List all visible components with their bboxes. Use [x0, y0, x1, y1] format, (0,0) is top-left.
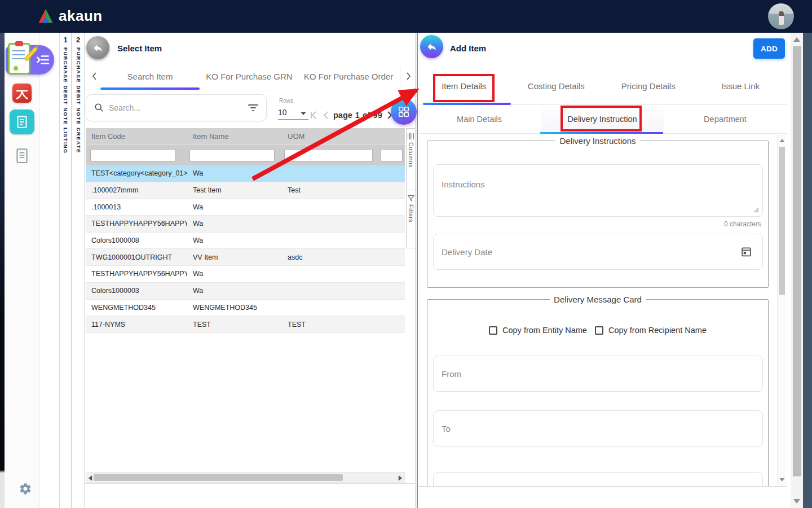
from-label: From: [442, 369, 461, 379]
cell-item-code: Colors1000003: [86, 287, 187, 295]
table-row[interactable]: Colors1000003 Wa: [86, 283, 405, 300]
delivery-message-card-legend: Delivery Message Card: [550, 295, 646, 304]
subtab-main-details[interactable]: Main Details: [418, 105, 541, 133]
col-header-item-code[interactable]: Item Code: [86, 132, 187, 141]
delivery-message-card-fieldset: Delivery Message Card Copy from Entity N…: [427, 295, 769, 487]
resize-grip-icon[interactable]: [753, 207, 759, 213]
rows-caret-icon[interactable]: [301, 112, 306, 115]
form-scrollbar[interactable]: [777, 135, 785, 485]
scroll-left-icon[interactable]: [89, 475, 92, 481]
workspace-tab-listing[interactable]: 1 PURCHASE DEBIT NOTE LISTING: [59, 33, 72, 508]
bigledger-applet-icon[interactable]: [12, 84, 32, 103]
brand: akaun: [37, 7, 103, 25]
cell-uom: Test: [282, 186, 377, 194]
page-scrollbar-thumb[interactable]: [793, 46, 801, 476]
settings-gear-icon[interactable]: [19, 482, 32, 498]
from-field[interactable]: From: [433, 356, 763, 392]
table-row[interactable]: .1000013 Wa: [86, 199, 405, 216]
tab-ko-purchase-grn[interactable]: KO For Purchase GRN: [200, 62, 299, 90]
tab-ko-purchase-order[interactable]: KO For Purchase Order: [299, 62, 398, 90]
filter-list-icon[interactable]: [248, 104, 258, 112]
table-row[interactable]: TESTHAPPYHAPPY56HAPPYsdfj... Wa: [86, 216, 405, 233]
list-applet-icon[interactable]: [15, 148, 29, 166]
filter-item-name-input[interactable]: [189, 149, 275, 161]
delivery-date-field[interactable]: Delivery Date: [433, 234, 763, 270]
columns-icon: [408, 133, 414, 139]
filter-item-code-input[interactable]: [90, 149, 176, 161]
da-character-icon: [15, 86, 29, 100]
search-input[interactable]: [109, 103, 248, 112]
table-horizontal-scrollbar[interactable]: [86, 472, 405, 483]
back-button[interactable]: [420, 35, 443, 58]
table-row[interactable]: 117-NYMS TEST TEST: [86, 316, 405, 333]
subtab-delivery-instruction[interactable]: Delivery Instruction: [541, 105, 664, 133]
copy-from-entity-option[interactable]: Copy from Entity Name: [489, 326, 587, 335]
message-field[interactable]: Message: [433, 472, 763, 487]
panel-bottom-border: [85, 483, 416, 484]
to-field[interactable]: To: [433, 410, 763, 446]
search-icon: [94, 103, 104, 113]
table-row[interactable]: Colors1000008 Wa: [86, 233, 405, 249]
back-arrow-icon: [426, 41, 438, 52]
cell-item-name: Wa: [187, 237, 282, 244]
copy-from-recipient-option[interactable]: Copy from Recipient Name: [595, 326, 707, 335]
filter-uom-input[interactable]: [284, 149, 373, 161]
table-row[interactable]: .1000027mmm Test Item Test: [86, 182, 405, 199]
filters-toggle[interactable]: Filters: [406, 190, 416, 248]
tab-pricing-details[interactable]: Pricing Details: [602, 68, 695, 104]
tab-search-item[interactable]: Search Item: [100, 62, 200, 90]
page-word: page: [333, 111, 352, 120]
page-current: 1: [355, 111, 360, 120]
grid-view-fab[interactable]: [391, 99, 417, 125]
tab-issue-link[interactable]: Issue Link: [695, 68, 787, 104]
funnel-icon: [408, 195, 414, 202]
cell-item-name: Wa: [187, 287, 282, 295]
panel-divider: [415, 33, 416, 508]
table-row[interactable]: TEST<category<category_01>s... Wa: [86, 165, 405, 182]
scroll-up-icon[interactable]: [780, 139, 785, 142]
select-item-panel: Select Item Search Item KO For Purchase …: [85, 33, 416, 508]
tab-item-details[interactable]: Item Details: [418, 68, 510, 104]
cell-uom: asdc: [282, 253, 377, 261]
character-count: 0 characters: [724, 220, 761, 228]
add-item-panel: Add Item ADD Item Details Costing Detail…: [418, 33, 791, 508]
calendar-icon[interactable]: [740, 246, 752, 257]
table-row[interactable]: TESTHAPPYHAPPY56HAPPYHA... Wa: [86, 266, 405, 283]
copy-entity-checkbox[interactable]: [489, 326, 497, 335]
add-button[interactable]: ADD: [753, 38, 785, 59]
table-row[interactable]: WENGMETHOD345 WENGMETHOD345: [86, 300, 405, 317]
table-row[interactable]: TWG1000001OUTRIGHT VV Item asdc: [86, 249, 405, 266]
akaun-logo-icon: [37, 8, 54, 25]
scroll-down-icon[interactable]: [793, 499, 800, 503]
cell-item-code: TESTHAPPYHAPPY56HAPPYHA...: [86, 270, 187, 278]
tabs-scroll-left-icon[interactable]: [90, 71, 99, 84]
instructions-textarea[interactable]: Instructions: [433, 164, 763, 217]
first-page-icon[interactable]: [310, 111, 319, 120]
col-header-item-name[interactable]: Item Name: [187, 132, 282, 141]
active-tab-underline: [100, 87, 200, 90]
hscroll-thumb[interactable]: [94, 474, 343, 481]
scroll-right-icon[interactable]: [399, 475, 402, 481]
top-navbar: akaun: [0, 0, 812, 33]
tab-costing-details[interactable]: Costing Details: [510, 68, 603, 104]
copy-recipient-checkbox[interactable]: [595, 326, 603, 335]
workspace-tab-label: PURCHASE DEBIT NOTE CREATE: [76, 47, 81, 154]
filter-extra-input[interactable]: [380, 149, 403, 161]
form-scrollbar-thumb[interactable]: [779, 147, 785, 295]
back-button[interactable]: [86, 36, 109, 59]
background-left-edge: [0, 33, 5, 508]
user-avatar[interactable]: [768, 3, 794, 29]
tabs-scroll-right-icon[interactable]: [404, 71, 413, 84]
scroll-down-icon[interactable]: [780, 478, 785, 481]
cell-item-name: VV Item: [187, 253, 282, 261]
workspace-tab-create[interactable]: 2 PURCHASE DEBIT NOTE CREATE: [72, 33, 85, 508]
subtab-department[interactable]: Department: [664, 105, 787, 133]
prev-page-icon[interactable]: [322, 111, 330, 120]
columns-toggle[interactable]: Columns: [406, 128, 416, 190]
delivery-date-label: Delivery Date: [442, 247, 492, 257]
scroll-up-icon[interactable]: [793, 37, 800, 42]
col-header-uom[interactable]: UOM: [282, 132, 377, 141]
cell-item-name: WENGMETHOD345: [187, 304, 282, 312]
page-scrollbar[interactable]: [790, 33, 803, 508]
document-applet-icon[interactable]: [10, 110, 34, 134]
